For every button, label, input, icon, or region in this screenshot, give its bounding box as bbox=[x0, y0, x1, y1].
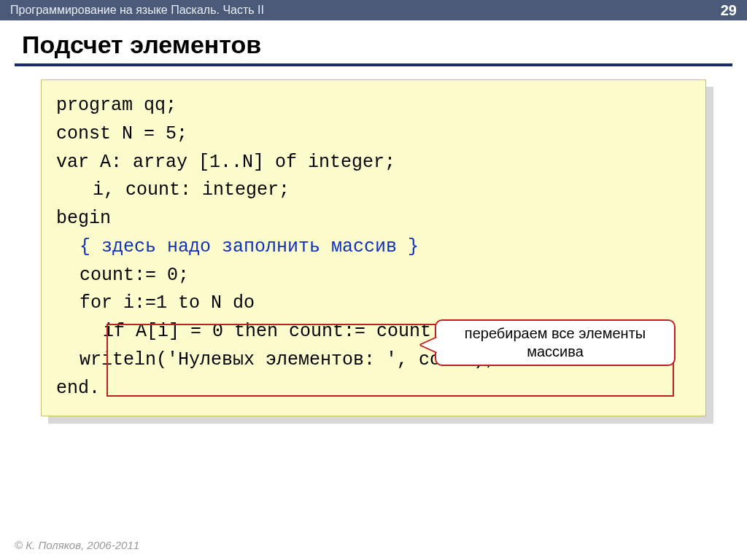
slide: Программирование на языке Паскаль. Часть… bbox=[0, 0, 747, 560]
code-line: end. bbox=[56, 378, 100, 399]
code-line: const N = 5; bbox=[56, 123, 187, 144]
code-line: begin bbox=[56, 208, 111, 229]
title-rule bbox=[15, 63, 732, 66]
code-line: count:= 0; bbox=[56, 262, 691, 290]
code-line: var A: array [1..N] of integer; bbox=[56, 152, 395, 173]
header-bar: Программирование на языке Паскаль. Часть… bbox=[0, 0, 747, 20]
header-title: Программирование на языке Паскаль. Часть… bbox=[10, 4, 264, 17]
copyright: © К. Поляков, 2006-2011 bbox=[15, 539, 139, 551]
callout-text: перебираем все элементы массива bbox=[444, 324, 667, 361]
code-line: i, count: integer; bbox=[56, 176, 691, 205]
page-number: 29 bbox=[721, 2, 737, 19]
code-container: program qq; const N = 5; var A: array [1… bbox=[41, 79, 706, 416]
code-line: for i:=1 to N do bbox=[56, 289, 691, 318]
page-title: Подсчет элементов bbox=[0, 20, 747, 63]
code-line: program qq; bbox=[56, 95, 177, 116]
code-comment: { здесь надо заполнить массив } bbox=[56, 233, 691, 262]
callout-tail-icon bbox=[421, 338, 437, 352]
callout-bubble: перебираем все элементы массива bbox=[435, 319, 676, 366]
